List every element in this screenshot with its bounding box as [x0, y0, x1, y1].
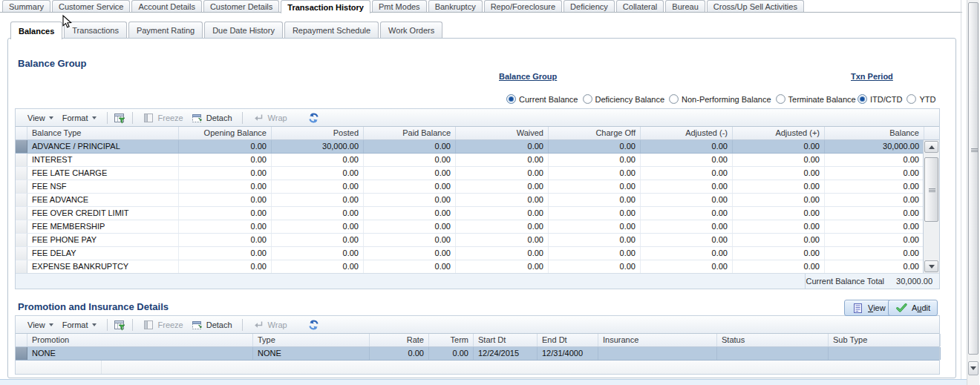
- top-tab-deficiency[interactable]: Deficiency: [564, 0, 615, 12]
- cell-adjusted: 0.00: [733, 234, 825, 246]
- wrap-button[interactable]: Wrap: [249, 317, 291, 332]
- view-button[interactable]: View: [844, 300, 893, 316]
- balance-row[interactable]: FEE NSF0.000.000.000.000.000.000.000.00: [16, 180, 939, 194]
- row-selector[interactable]: [16, 154, 27, 166]
- freeze-button[interactable]: Freeze: [139, 317, 187, 332]
- radio-itd-ctd[interactable]: ITD/CTD: [858, 94, 902, 104]
- top-tab-customer-details[interactable]: Customer Details: [203, 0, 279, 12]
- sub-tab-transactions[interactable]: Transactions: [64, 22, 127, 38]
- column-header-balance[interactable]: Balance: [825, 127, 924, 139]
- cell-balance-type: FEE LATE CHARGE: [27, 167, 179, 180]
- balances-table-scrollbar[interactable]: [923, 140, 939, 273]
- column-header-posted[interactable]: Posted: [272, 127, 364, 139]
- column-header-type[interactable]: Type: [253, 334, 370, 346]
- cell-paid-balance: 0.00: [364, 194, 456, 206]
- column-header-balance-type[interactable]: Balance Type: [27, 127, 179, 139]
- radio-current-balance[interactable]: Current Balance: [506, 94, 578, 104]
- page-scrollbar[interactable]: [967, 0, 979, 385]
- cell-adjusted: 0.00: [733, 207, 825, 220]
- top-tab-bureau[interactable]: Bureau: [665, 0, 705, 12]
- balance-row[interactable]: FEE ADVANCE0.000.000.000.000.000.000.000…: [16, 194, 939, 207]
- radio-deficiency-balance[interactable]: Deficiency Balance: [583, 94, 665, 104]
- top-tab-account-details[interactable]: Account Details: [131, 0, 201, 12]
- top-tab-collateral[interactable]: Collateral: [616, 0, 664, 12]
- freeze-button[interactable]: Freeze: [139, 111, 187, 125]
- top-tab-transaction-history[interactable]: Transaction History: [281, 0, 370, 13]
- balances-toolbar: ViewFormatFreezeDetachWrap: [16, 109, 939, 127]
- row-selector[interactable]: [16, 234, 27, 246]
- cell-waived: 0.00: [456, 247, 549, 260]
- audit-button[interactable]: Audit: [888, 300, 938, 316]
- column-header-charge-off[interactable]: Charge Off: [549, 127, 641, 139]
- sub-tab-due-date-history[interactable]: Due Date History: [204, 22, 283, 38]
- view-menu[interactable]: View: [23, 319, 58, 331]
- export-to-excel-icon[interactable]: [114, 112, 126, 124]
- row-selector[interactable]: [16, 247, 27, 260]
- column-header-paid-balance[interactable]: Paid Balance: [364, 127, 456, 139]
- sub-tab-repayment-schedule[interactable]: Repayment Schedule: [284, 22, 379, 38]
- balance-row[interactable]: FEE DELAY0.000.000.000.000.000.000.000.0…: [16, 247, 939, 260]
- balance-row[interactable]: FEE LATE CHARGE0.000.000.000.000.000.000…: [16, 167, 939, 180]
- row-selector[interactable]: [16, 207, 27, 220]
- column-header-term[interactable]: Term: [429, 334, 474, 346]
- wrap-button[interactable]: Wrap: [249, 111, 291, 125]
- column-header-waived[interactable]: Waived: [456, 127, 549, 139]
- format-menu[interactable]: Format: [58, 112, 101, 124]
- column-header-opening-balance[interactable]: Opening Balance: [179, 127, 272, 139]
- page-scrollbar-thumb[interactable]: [968, 2, 979, 355]
- row-selector[interactable]: [16, 194, 27, 206]
- balance-row[interactable]: ADVANCE / PRINCIPAL0.0030,000.000.000.00…: [16, 140, 939, 154]
- detach-button[interactable]: Detach: [187, 111, 236, 125]
- row-selector[interactable]: [16, 347, 27, 360]
- view-menu[interactable]: View: [23, 112, 58, 124]
- radio-terminate-balance[interactable]: Terminate Balance: [776, 94, 856, 104]
- column-header-adjusted[interactable]: Adjusted (+): [733, 127, 825, 139]
- radio-icon: [858, 94, 867, 104]
- row-selector[interactable]: [16, 180, 27, 193]
- radio-ytd[interactable]: YTD: [906, 94, 935, 104]
- top-tab-bankruptcy[interactable]: Bankruptcy: [428, 0, 483, 12]
- column-header-sub-type[interactable]: Sub Type: [829, 334, 941, 346]
- export-to-excel-icon[interactable]: [114, 319, 126, 331]
- sub-tab-work-orders[interactable]: Work Orders: [380, 22, 442, 38]
- page-scroll-down-button[interactable]: [968, 361, 979, 375]
- radio-non-performing-balance[interactable]: Non-Performing Balance: [669, 94, 771, 104]
- column-header-end-dt[interactable]: End Dt: [538, 334, 598, 346]
- balance-row[interactable]: EXPENSE BANKRUPTCY0.000.000.000.000.000.…: [16, 260, 939, 273]
- row-selector[interactable]: [16, 140, 27, 153]
- row-selector[interactable]: [16, 260, 27, 273]
- format-menu[interactable]: Format: [58, 319, 101, 331]
- refresh-icon[interactable]: [307, 319, 320, 331]
- promotion-row[interactable]: NONENONE0.000.0012/24/201512/31/4000: [16, 347, 939, 361]
- column-header-rate[interactable]: Rate: [370, 334, 429, 346]
- balance-row[interactable]: INTEREST0.000.000.000.000.000.000.000.00: [16, 154, 939, 167]
- scroll-down-button[interactable]: [924, 260, 938, 272]
- radio-label: YTD: [919, 95, 935, 104]
- sub-tab-payment-rating[interactable]: Payment Rating: [128, 22, 203, 38]
- sub-tab-balances[interactable]: Balances: [10, 22, 62, 39]
- balance-row[interactable]: FEE OVER CREDIT LIMIT0.000.000.000.000.0…: [16, 207, 939, 220]
- top-tab-pmt-modes[interactable]: Pmt Modes: [372, 0, 427, 12]
- audit-button-label: Audit: [912, 303, 930, 312]
- top-tab-summary[interactable]: Summary: [2, 0, 50, 12]
- cell-balance: 0.00: [825, 154, 924, 166]
- balance-row[interactable]: FEE PHONE PAY0.000.000.000.000.000.000.0…: [16, 234, 939, 247]
- top-tab-repo-foreclosure[interactable]: Repo/Foreclosure: [484, 0, 562, 12]
- cell-sub-type: [829, 347, 941, 360]
- column-header-status[interactable]: Status: [717, 334, 829, 346]
- row-selector[interactable]: [16, 167, 27, 180]
- column-header-promotion[interactable]: Promotion: [27, 334, 253, 346]
- top-tab-customer-service[interactable]: Customer Service: [52, 0, 130, 12]
- column-header-start-dt[interactable]: Start Dt: [474, 334, 538, 346]
- row-selector[interactable]: [16, 220, 27, 233]
- refresh-icon[interactable]: [307, 112, 320, 124]
- balance-row[interactable]: FEE MEMBERSHIP0.000.000.000.000.000.000.…: [16, 220, 939, 234]
- top-tab-cross-up-sell-activities[interactable]: Cross/Up Sell Activities: [707, 0, 804, 12]
- detach-button[interactable]: Detach: [187, 317, 236, 332]
- radio-icon: [906, 94, 916, 104]
- column-header-adjusted[interactable]: Adjusted (-): [641, 127, 733, 139]
- column-header-insurance[interactable]: Insurance: [598, 334, 717, 346]
- scroll-up-button[interactable]: [924, 141, 938, 153]
- cell-adjusted: 0.00: [641, 154, 733, 166]
- scrollbar-thumb[interactable]: [924, 157, 938, 222]
